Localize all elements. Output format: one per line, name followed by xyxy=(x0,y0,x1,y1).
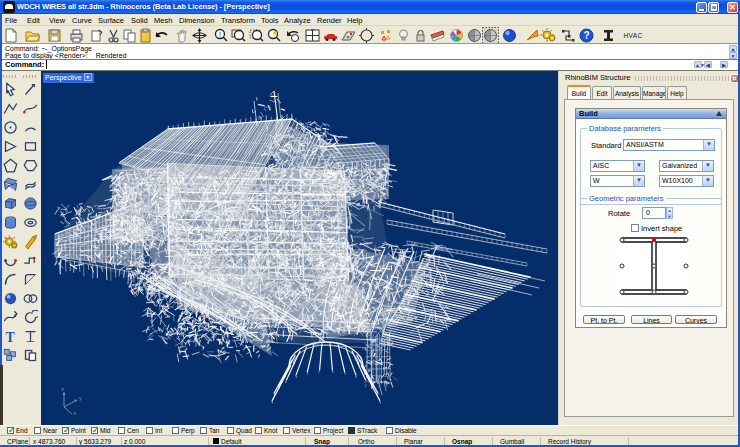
svg-text:?: ? xyxy=(584,30,590,41)
svg-text:T: T xyxy=(6,330,15,345)
svg-text:x: x xyxy=(73,410,76,415)
svg-text:z: z xyxy=(61,386,64,392)
svg-text:y: y xyxy=(79,395,82,401)
svg-text:!: ! xyxy=(219,31,221,38)
